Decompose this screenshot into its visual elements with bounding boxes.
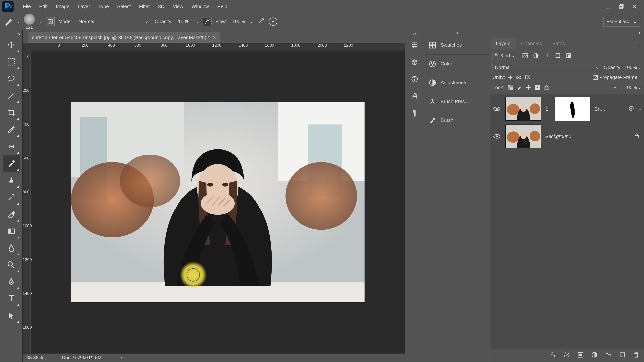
delete-layer-icon[interactable]: [633, 352, 640, 359]
visibility-toggle-icon[interactable]: [492, 105, 501, 113]
brush-preview[interactable]: 121: [24, 13, 35, 30]
panel-collapse-icon[interactable]: ‹‹: [405, 31, 424, 37]
lock-pixels-icon[interactable]: [516, 85, 522, 90]
menu-select[interactable]: Select: [113, 0, 135, 13]
lock-position-icon[interactable]: [526, 85, 531, 90]
layer-fill-input[interactable]: 100%⌄: [624, 83, 642, 92]
new-group-icon[interactable]: [605, 352, 612, 359]
move-tool[interactable]: [3, 36, 20, 53]
window-restore-icon[interactable]: [618, 4, 625, 9]
unify-visibility-icon[interactable]: [516, 75, 522, 80]
menu-file[interactable]: File: [19, 0, 35, 13]
layer-opacity-input[interactable]: 100%⌄: [624, 63, 642, 72]
brush-panel-toggle-button[interactable]: [46, 17, 54, 26]
menu-filter[interactable]: Filter: [135, 0, 154, 13]
character-panel-icon[interactable]: A: [408, 88, 421, 105]
status-expand-icon[interactable]: ›: [121, 355, 122, 361]
dodge-tool[interactable]: [3, 257, 20, 273]
flow-chevron-icon[interactable]: ⌄: [250, 19, 254, 24]
marquee-tool[interactable]: [3, 53, 20, 70]
menu-view[interactable]: View: [168, 0, 188, 13]
window-minimize-icon[interactable]: [604, 4, 612, 9]
lock-all-icon[interactable]: [544, 85, 549, 90]
airbrush-button[interactable]: [257, 17, 265, 26]
menu-type[interactable]: Type: [94, 0, 113, 13]
paragraph-panel-icon[interactable]: ¶: [408, 105, 421, 121]
filter-type-icon[interactable]: T: [543, 52, 550, 59]
type-tool[interactable]: T: [3, 290, 20, 307]
history-panel-icon[interactable]: [408, 37, 421, 54]
filter-adjustment-icon[interactable]: [532, 52, 540, 59]
magic-wand-tool[interactable]: [3, 87, 20, 104]
workspace-switcher[interactable]: Essentials: [603, 17, 640, 26]
layer-name[interactable]: Background: [545, 133, 630, 139]
window-close-icon[interactable]: [631, 4, 638, 9]
healing-brush-tool[interactable]: [3, 138, 20, 155]
panel-collapse-icon[interactable]: ‹‹: [424, 30, 490, 36]
color-panel-tab[interactable]: Color: [424, 54, 490, 73]
doc-info[interactable]: Doc: 9.79M/19.6M: [62, 355, 102, 361]
menu-edit[interactable]: Edit: [35, 0, 52, 13]
lock-transparency-icon[interactable]: [508, 85, 513, 90]
filter-smart-icon[interactable]: [565, 52, 572, 59]
pressure-size-button[interactable]: [269, 17, 277, 26]
pen-tool[interactable]: [3, 273, 20, 290]
brush-tool[interactable]: [3, 155, 20, 172]
tab-channels[interactable]: Channels: [516, 38, 547, 49]
link-layers-icon[interactable]: [550, 352, 556, 359]
menu-help[interactable]: Help: [213, 0, 231, 13]
panel-collapse-icon[interactable]: ››: [490, 30, 644, 36]
layer-thumbnail[interactable]: [505, 97, 541, 121]
document-tab[interactable]: christian-ferrer-546458-unsplash.jpg @ 3…: [28, 32, 220, 43]
layer-filter-select[interactable]: Kind: [492, 51, 517, 60]
panel-menu-icon[interactable]: ≡: [634, 43, 644, 49]
tab-layers[interactable]: Layers: [490, 38, 516, 49]
flow-input[interactable]: 100%: [231, 17, 246, 26]
visibility-toggle-icon[interactable]: [492, 132, 501, 141]
layer-name[interactable]: Ba…: [594, 106, 624, 112]
blend-mode-select[interactable]: Normal: [76, 17, 151, 26]
menu-image[interactable]: Image: [52, 0, 74, 13]
toolbox-expand-icon[interactable]: ››: [0, 31, 22, 36]
blur-tool[interactable]: [3, 240, 20, 257]
layer-fx-icon[interactable]: fx: [564, 352, 570, 359]
gradient-tool[interactable]: [3, 223, 20, 240]
mask-link-icon[interactable]: [545, 105, 550, 112]
menu-window[interactable]: Window: [188, 0, 213, 13]
brush-panel-tab[interactable]: Brush: [424, 111, 490, 130]
current-tool-icon[interactable]: [4, 17, 13, 26]
history-brush-tool[interactable]: [3, 189, 20, 206]
eyedropper-tool[interactable]: [3, 121, 20, 138]
smart-filter-indicator-icon[interactable]: [628, 106, 634, 112]
3d-panel-icon[interactable]: [408, 54, 421, 71]
clone-stamp-tool[interactable]: [3, 172, 20, 189]
propagate-checkbox[interactable]: [593, 75, 598, 80]
ruler-vertical[interactable]: 0 200 400 600 800 1000 1200 1400 1600: [22, 51, 30, 353]
opacity-chevron-icon[interactable]: ⌄: [196, 19, 199, 24]
swatches-panel-tab[interactable]: Swatches: [424, 36, 490, 54]
layer-item[interactable]: Background: [492, 124, 641, 149]
tab-paths[interactable]: Paths: [547, 38, 570, 49]
lasso-tool[interactable]: [3, 70, 20, 87]
menu-layer[interactable]: Layer: [74, 0, 94, 13]
brush-presets-panel-tab[interactable]: Brush Pres…: [424, 92, 490, 111]
unify-style-icon[interactable]: fx: [524, 75, 530, 80]
layer-mask-thumbnail[interactable]: [554, 97, 590, 121]
info-panel-icon[interactable]: [408, 71, 421, 88]
path-selection-tool[interactable]: [3, 307, 20, 324]
unify-position-icon[interactable]: [508, 75, 513, 80]
eraser-tool[interactable]: [3, 206, 20, 223]
lock-artboard-icon[interactable]: [535, 85, 540, 90]
brush-picker-chevron-icon[interactable]: ⌄: [39, 19, 42, 24]
tool-preset-chevron-icon[interactable]: ⌄: [16, 19, 20, 24]
menu-3d[interactable]: 3D: [154, 0, 168, 13]
adjustments-panel-tab[interactable]: Adjustments: [424, 73, 490, 92]
layer-thumbnail[interactable]: [505, 124, 541, 148]
add-mask-icon[interactable]: [578, 352, 584, 359]
filter-pixel-icon[interactable]: [522, 52, 529, 59]
canvas-viewport[interactable]: [30, 51, 405, 353]
tab-close-icon[interactable]: ×: [213, 34, 216, 41]
filter-shape-icon[interactable]: [554, 52, 562, 59]
layers-list[interactable]: Ba… ⌄ Background: [490, 94, 644, 349]
layer-blend-mode-select[interactable]: Normal: [492, 63, 601, 72]
